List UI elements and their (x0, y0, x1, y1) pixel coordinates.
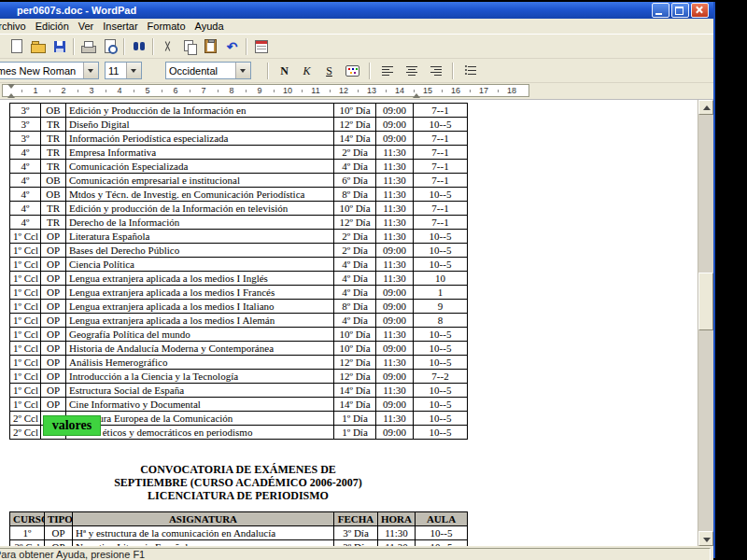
fecha-cell: 12º Día (334, 118, 376, 132)
document-heading: CONVOCATORIA DE EXÁMENES DE SEPTIEMBRE (… (9, 463, 467, 502)
curso-cell: 4º (10, 188, 41, 202)
undo-arrow-icon: ↶ (227, 40, 238, 53)
tipo-cell: OP (41, 370, 66, 384)
font-size-combo[interactable]: 11 (105, 62, 142, 79)
date-time-button[interactable] (250, 36, 272, 56)
tipo-cell: TR (41, 160, 66, 174)
document-area[interactable]: 3º OB Edición y Producción de la Informa… (0, 100, 713, 546)
menu-item[interactable]: Insertar (98, 20, 142, 33)
asignatura-cell: Comunicación Especializada (66, 160, 334, 174)
table-row: 4º OB Comunicación empresarial e institu… (10, 174, 468, 188)
ruler-band[interactable]: 123456789101112131415161718 (2, 84, 529, 97)
cut-button[interactable] (157, 36, 178, 56)
hora-cell: 11:30 (378, 540, 416, 547)
new-document-button[interactable] (6, 36, 27, 56)
chevron-down-icon[interactable] (126, 63, 141, 78)
font-family-combo[interactable]: Times New Roman (0, 62, 99, 79)
scroll-up-button[interactable] (698, 100, 713, 115)
bold-button[interactable]: N (275, 62, 294, 80)
aula-cell: 10--5 (414, 426, 468, 440)
menu-item[interactable]: Archivo (0, 20, 31, 33)
font-script-value: Occidental (166, 65, 235, 77)
curso-cell: 4º (10, 216, 41, 230)
hora-cell: 11:30 (376, 160, 414, 174)
ruler-number: 17 (470, 85, 498, 96)
tipo-cell: OB (41, 104, 66, 118)
table-row: 1º Ccl OP Literatura Española 2º Día 11:… (10, 230, 468, 244)
aula-cell: 7--1 (414, 104, 468, 118)
column-header: HORA (378, 512, 416, 526)
tipo-cell: OP (41, 314, 66, 328)
hora-cell: 09:00 (376, 370, 414, 384)
find-button[interactable] (128, 36, 149, 56)
find-match-highlight: valores (43, 415, 101, 436)
minimize-button[interactable] (652, 3, 669, 18)
fecha-cell: 10º Día (334, 202, 376, 216)
close-button[interactable] (691, 3, 709, 18)
vertical-scrollbar[interactable] (698, 100, 713, 546)
fecha-cell: 4º Día (334, 160, 376, 174)
aula-cell: 7--2 (414, 370, 468, 384)
asignatura-cell: Estructura Europea de la Comunicación (66, 412, 334, 426)
font-script-combo[interactable]: Occidental (165, 62, 251, 79)
ruler-number: 4 (106, 85, 134, 96)
copy-button[interactable] (178, 36, 200, 56)
table-row: 1º Ccl OP Lengua extranjera aplicada a l… (10, 272, 468, 286)
save-button[interactable] (49, 36, 70, 56)
asignatura-cell: Lengua extranjera aplicada a los medios … (66, 286, 334, 300)
window-controls (652, 3, 713, 18)
maximize-button[interactable] (671, 3, 689, 18)
italic-button[interactable]: K (297, 62, 317, 80)
table-row: 1º OP Hª y estructura de la comunicación… (10, 526, 468, 540)
font-size-value: 11 (106, 65, 126, 77)
menu-item[interactable]: Ayuda (190, 20, 229, 33)
print-preview-icon (105, 39, 116, 53)
first-line-indent-marker[interactable] (7, 84, 15, 89)
heading-line: SEPTIEMBRE (CURSO ACADÉMICO 2006-2007) (9, 476, 467, 489)
tipo-cell: OP (41, 356, 66, 370)
print-preview-button[interactable] (99, 36, 120, 56)
hora-cell: 11:30 (376, 216, 414, 230)
underline-button[interactable]: S (319, 62, 339, 80)
scrollbar-thumb[interactable] (698, 273, 713, 330)
fecha-cell: 14º Día (334, 398, 376, 412)
align-center-button[interactable] (401, 61, 422, 80)
open-button[interactable] (27, 36, 49, 56)
fecha-cell: 8º Día (334, 300, 376, 314)
curso-cell: 1º Ccl (10, 328, 41, 342)
title-bar[interactable]: per0607s.doc - WordPad (0, 2, 713, 19)
asignatura-cell: Edición y producción de la Información e… (66, 202, 334, 216)
asignatura-cell: Hª y estructura de la comunicación en An… (73, 526, 334, 540)
printer-icon (81, 46, 96, 53)
aula-cell: 10--5 (414, 244, 468, 258)
aula-cell: 10--5 (414, 328, 468, 342)
bullets-button[interactable] (459, 61, 481, 80)
left-indent-marker[interactable] (7, 93, 15, 98)
format-separator (369, 63, 371, 79)
print-button[interactable] (78, 36, 99, 56)
ruler-number: 12 (330, 85, 358, 96)
asignatura-cell: Ciencia Política (66, 258, 334, 272)
align-left-icon (382, 66, 393, 76)
table-row: 4º TR Comunicación Especializada 4º Día … (10, 160, 468, 174)
align-left-button[interactable] (376, 61, 398, 80)
align-right-button[interactable] (425, 61, 446, 80)
tipo-cell: OP (41, 244, 66, 258)
chevron-down-icon[interactable] (235, 63, 250, 78)
chevron-down-icon[interactable] (83, 63, 98, 78)
paste-button[interactable] (200, 36, 221, 56)
menu-item[interactable]: Ver (74, 20, 99, 33)
exam-schedule-table: 3º OB Edición y Producción de la Informa… (9, 103, 468, 440)
scroll-down-button[interactable] (698, 531, 713, 546)
font-color-button[interactable] (342, 61, 363, 80)
menu-item[interactable]: Formato (143, 20, 190, 33)
fecha-cell: 12º Día (334, 216, 376, 230)
heading-line: CONVOCATORIA DE EXÁMENES DE (9, 463, 467, 476)
fecha-cell: 1º Día (334, 412, 376, 426)
tipo-cell: OP (45, 540, 73, 547)
curso-cell: 1º Ccl (10, 300, 41, 314)
right-indent-marker[interactable] (413, 93, 420, 98)
undo-button[interactable]: ↶ (221, 36, 243, 56)
menu-item[interactable]: Edición (31, 20, 74, 33)
curso-cell: 4º (10, 146, 41, 160)
